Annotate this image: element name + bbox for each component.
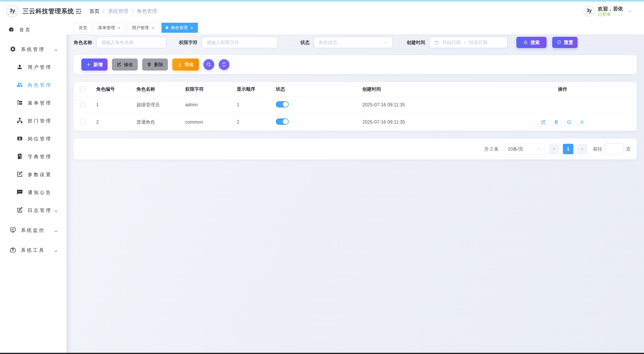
- sidebar-item-label: 菜单管理: [28, 100, 52, 106]
- sidebar-item-menu-management[interactable]: 菜单管理: [0, 94, 66, 112]
- date-range-separator: -: [464, 40, 466, 45]
- show-search-toggle-button[interactable]: [203, 59, 214, 70]
- date-range-picker[interactable]: 开始日期 - 结束日期: [430, 37, 507, 48]
- cell-role-name: 普通角色: [132, 119, 180, 125]
- trash-icon: [554, 120, 559, 125]
- chevron-up-icon: [53, 47, 58, 52]
- row-checkbox[interactable]: [80, 102, 85, 108]
- briefcase-icon: [10, 247, 16, 254]
- cell-actions: [488, 118, 637, 127]
- tab-home[interactable]: 首页: [74, 23, 92, 33]
- close-icon[interactable]: [151, 26, 155, 29]
- add-button[interactable]: 新增: [81, 58, 108, 71]
- tab-label: 首页: [79, 25, 87, 30]
- sidebar-item-log-management[interactable]: 日志管理: [0, 201, 66, 219]
- sidebar-item-param-settings[interactable]: 参数设置: [0, 166, 66, 183]
- sidebar-item-post-management[interactable]: 岗位管理: [0, 130, 66, 148]
- perm-key-label: 权限字符: [179, 39, 198, 46]
- breadcrumb-section: 系统管理: [108, 8, 128, 14]
- close-icon[interactable]: [117, 26, 121, 29]
- user-menu[interactable]: 3y sanyunkeji.cn 欢迎，若依 已登录: [584, 6, 633, 17]
- active-tab-dot: [166, 26, 168, 29]
- sidebar-item-label: 岗位管理: [28, 136, 52, 142]
- prev-page-button[interactable]: [549, 144, 559, 154]
- close-icon[interactable]: [190, 26, 194, 29]
- goto-page-input[interactable]: [605, 144, 623, 154]
- breadcrumb-separator: /: [103, 8, 104, 14]
- status-toggle[interactable]: [276, 118, 289, 125]
- tab-menu-management[interactable]: 菜单管理: [94, 23, 125, 33]
- app-root: 3y sanyunkeji.cn 三云科技管理系统 首页 系统管理 用户管理: [0, 0, 644, 354]
- sidebar-nav: 首页 系统管理 用户管理 角色管理 菜单管理: [0, 21, 66, 259]
- chevron-down-icon: [53, 208, 58, 213]
- perm-key-input[interactable]: [206, 40, 273, 45]
- page-size-value: 10条/页: [508, 146, 524, 152]
- goto-label: 前往: [593, 146, 602, 152]
- user-texts: 欢迎，若依 已登录: [598, 6, 623, 17]
- nav-spacer: [0, 219, 66, 221]
- breadcrumb: 首页 / 系统管理 / 角色管理: [90, 8, 157, 14]
- page-number-button[interactable]: 1: [563, 144, 573, 154]
- next-page-button[interactable]: [577, 144, 588, 154]
- start-date-placeholder: 开始日期: [442, 39, 461, 46]
- sidebar-item-dict-management[interactable]: 字典管理: [0, 148, 66, 166]
- column-header-sort-order: 显示顺序: [232, 86, 271, 92]
- cell-perm-key: admin: [180, 102, 232, 108]
- sidebar-fold-icon[interactable]: [74, 7, 82, 15]
- breadcrumb-home[interactable]: 首页: [90, 8, 100, 14]
- log-icon: [16, 207, 23, 214]
- export-button[interactable]: 导出: [172, 58, 199, 71]
- row-data-scope-button[interactable]: [564, 118, 574, 127]
- pagination-total: 共 2 条: [484, 146, 499, 152]
- chevron-down-icon: [384, 40, 388, 45]
- sidebar-item-label: 字典管理: [28, 154, 52, 160]
- column-header-role-id: 角色编号: [92, 86, 132, 92]
- sidebar-item-home[interactable]: 首页: [0, 21, 66, 39]
- cell-perm-key: common: [180, 119, 232, 125]
- status-toggle[interactable]: [276, 101, 289, 108]
- table-row[interactable]: 1 超级管理员 admin 1 2025-07-16 09:11:35: [74, 96, 637, 113]
- select-all-checkbox[interactable]: [80, 86, 85, 92]
- tab-label: 角色管理: [171, 25, 188, 30]
- sidebar-item-system-tools[interactable]: 系统工具: [0, 241, 66, 259]
- table-toolbar: 新增 修改 删除 导出: [74, 55, 637, 74]
- nav-spacer: [0, 239, 66, 241]
- refresh-icon: [557, 40, 562, 45]
- role-name-label: 角色名称: [74, 39, 92, 46]
- search-button-label: 搜索: [530, 39, 540, 46]
- reset-button[interactable]: 重置: [552, 37, 578, 48]
- login-status: 已登录: [598, 12, 623, 17]
- sidebar-item-dept-management[interactable]: 部门管理: [0, 112, 66, 130]
- search-icon: [523, 40, 528, 45]
- check-circle-icon: [566, 120, 572, 125]
- refresh-table-button[interactable]: [219, 59, 230, 70]
- edit-button-label: 修改: [124, 61, 133, 68]
- sidebar-item-user-management[interactable]: 用户管理: [0, 58, 66, 76]
- column-header-perm-key: 权限字符: [180, 86, 232, 92]
- pagination: 共 2 条 10条/页 1 前往 页: [74, 139, 637, 160]
- row-edit-button[interactable]: [539, 118, 548, 127]
- table-row[interactable]: 2 普通角色 common 2 2025-07-16 09:11:35: [74, 113, 637, 131]
- row-delete-button[interactable]: [552, 118, 561, 127]
- sidebar-item-system-monitor[interactable]: 系统监控: [0, 221, 66, 239]
- tabs-bar: 首页 菜单管理 用户管理 角色管理: [66, 21, 644, 34]
- cell-role-id: 2: [92, 119, 132, 125]
- sidebar-item-label: 用户管理: [28, 64, 52, 70]
- page-size-select[interactable]: 10条/页: [504, 144, 545, 154]
- row-assign-user-button[interactable]: [577, 118, 587, 127]
- sidebar-item-system-management[interactable]: 系统管理: [0, 40, 66, 58]
- sidebar-item-notice[interactable]: 通知公告: [0, 183, 66, 201]
- edit-button[interactable]: 修改: [112, 58, 138, 71]
- column-header-actions: 操作: [488, 86, 637, 92]
- delete-button[interactable]: 删除: [142, 58, 168, 71]
- sidebar-item-role-management[interactable]: 角色管理: [0, 76, 66, 94]
- status-select[interactable]: 角色状态: [314, 37, 392, 48]
- search-button[interactable]: 搜索: [516, 37, 546, 48]
- tab-role-management[interactable]: 角色管理: [162, 23, 198, 33]
- tab-user-management[interactable]: 用户管理: [128, 23, 159, 33]
- cell-sort-order: 2: [232, 119, 271, 125]
- row-checkbox[interactable]: [80, 120, 85, 125]
- gear-icon: [10, 46, 16, 53]
- top-accent-strip: [0, 0, 644, 1]
- role-name-input[interactable]: [101, 40, 162, 45]
